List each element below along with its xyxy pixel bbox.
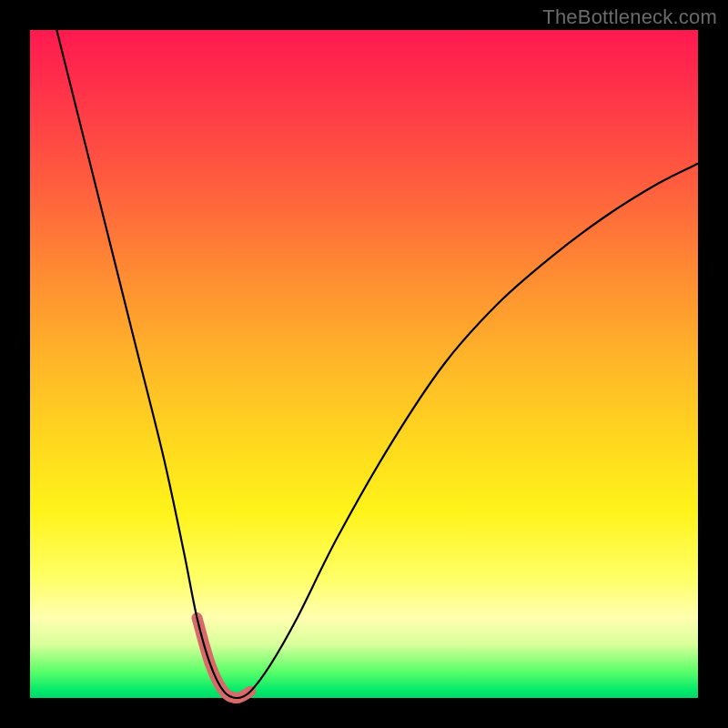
plot-area <box>30 30 698 698</box>
watermark-text: TheBottleneck.com <box>542 5 717 29</box>
bottleneck-curve <box>56 30 698 698</box>
curve-highlight <box>197 618 251 698</box>
chart-frame: TheBottleneck.com <box>0 0 728 728</box>
curve-svg <box>30 30 698 698</box>
